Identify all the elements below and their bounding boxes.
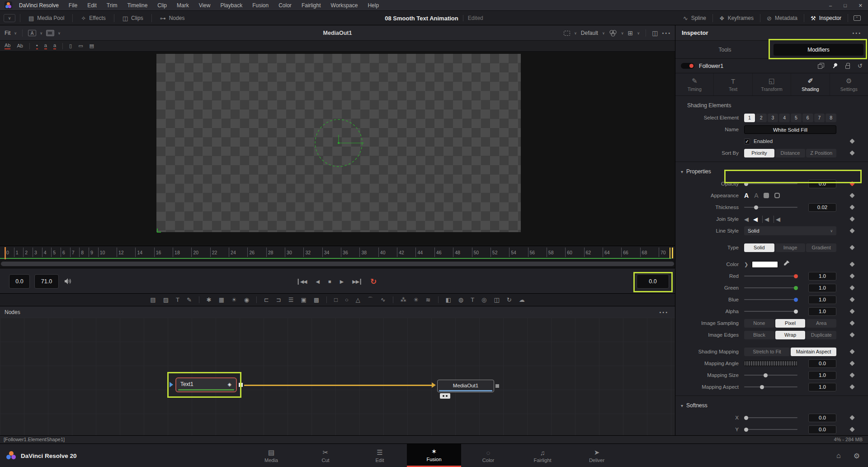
lock-icon[interactable]: [845, 65, 850, 69]
home-icon[interactable]: ⌂: [836, 452, 841, 460]
keyframe-diamond[interactable]: [849, 245, 854, 250]
type-option-solid[interactable]: Solid: [744, 243, 774, 252]
select-element-option-6[interactable]: 6: [802, 114, 813, 122]
value-alpha[interactable]: 1.0: [808, 307, 836, 316]
tool-brightness-icon[interactable]: ☀: [231, 294, 237, 306]
keyframe-diamond[interactable]: [849, 285, 854, 290]
color-swatch[interactable]: [752, 261, 778, 268]
app-logo-icon[interactable]: [5, 1, 12, 9]
slider-handle[interactable]: [744, 416, 748, 420]
eyedropper-icon[interactable]: [783, 260, 790, 268]
value-red[interactable]: 1.0: [808, 272, 836, 281]
checkbox-enabled[interactable]: ✓: [744, 138, 750, 144]
tool-text-3d-icon[interactable]: T: [471, 294, 474, 306]
tool-tracker-icon[interactable]: ⁂: [401, 294, 406, 306]
duration-field[interactable]: 71.0: [34, 274, 59, 289]
value-x[interactable]: 0.0: [808, 414, 836, 422]
interface-toggle-button[interactable]: ∨: [4, 14, 15, 22]
keyframe-diamond[interactable]: [849, 349, 854, 354]
go-to-start-button[interactable]: ◀◀: [298, 279, 307, 285]
page-tab-edit[interactable]: ☰Edit: [353, 444, 407, 467]
slider-handle[interactable]: [760, 385, 764, 389]
menu-davinci-resolve[interactable]: DaVinci Resolve: [14, 0, 64, 11]
copy-settings-icon[interactable]: [818, 63, 824, 69]
keyframe-diamond[interactable]: [849, 320, 854, 325]
appearance-outline-text-icon[interactable]: A: [754, 192, 758, 199]
lut-select[interactable]: Default: [581, 30, 598, 36]
select-element-option-5[interactable]: 5: [791, 114, 802, 122]
slider-mapping-size[interactable]: [744, 371, 797, 380]
slider-handle[interactable]: [794, 310, 798, 314]
keyframe-diamond[interactable]: [849, 297, 854, 302]
menu-clip[interactable]: Clip: [152, 0, 172, 11]
tool-image-plane-3d-icon[interactable]: ◧: [446, 294, 451, 306]
frame-lines[interactable]: ▤: [90, 43, 94, 49]
tool-paint-icon[interactable]: ✎: [187, 294, 192, 306]
slider-alpha[interactable]: [744, 307, 797, 316]
playhead-frame-field[interactable]: 0.0: [637, 274, 669, 289]
node-connection[interactable]: [244, 385, 433, 386]
image-edges-option-wrap[interactable]: Wrap: [775, 331, 806, 339]
timeline-ruler[interactable]: 0123456789101214161820222426283032343638…: [0, 246, 675, 259]
subtab-timing[interactable]: ✎Timing: [675, 73, 713, 95]
media-pool-button[interactable]: ▤Media Pool: [22, 11, 71, 25]
tool-wand-mask-icon[interactable]: ∿: [381, 294, 386, 306]
tool-particle-render-icon[interactable]: ≋: [426, 294, 431, 306]
current-frame-field[interactable]: 0.0: [9, 274, 30, 289]
menu-timeline[interactable]: Timeline: [122, 0, 152, 11]
audio-mute-icon[interactable]: [64, 278, 72, 285]
keyframe-diamond[interactable]: [849, 181, 854, 186]
select-element-option-3[interactable]: 3: [768, 114, 778, 122]
join-style-miter-icon[interactable]: ◀: [744, 216, 749, 223]
slider-thickness[interactable]: [744, 203, 797, 212]
channel-select-icon[interactable]: A: [28, 30, 36, 36]
follower-path-overlay[interactable]: [313, 118, 366, 168]
menu-trim[interactable]: Trim: [102, 0, 123, 11]
page-tab-color[interactable]: ◌Color: [461, 444, 515, 467]
pin-icon[interactable]: [830, 62, 839, 70]
tool-ellipse-mask-icon[interactable]: ○: [345, 294, 349, 306]
play-button[interactable]: ▶: [340, 279, 343, 285]
select-element-option-4[interactable]: 4: [779, 114, 790, 122]
tool-text-icon[interactable]: T: [176, 294, 179, 306]
tool-matte-icon[interactable]: ▩: [314, 294, 319, 306]
keyframe-diamond[interactable]: [849, 273, 854, 278]
menu-playback[interactable]: Playback: [215, 0, 247, 11]
menu-workspace[interactable]: Workspace: [326, 0, 363, 11]
menu-view[interactable]: View: [194, 0, 216, 11]
keyframe-diamond[interactable]: [849, 427, 854, 432]
tool-shape-3d-icon[interactable]: ◍: [458, 294, 463, 306]
tool-background-icon[interactable]: ▤: [150, 294, 156, 306]
modifier-enable-toggle[interactable]: [681, 63, 694, 69]
value-thickness[interactable]: 0.02: [808, 203, 836, 212]
tool-merge-icon[interactable]: ▣: [301, 294, 306, 306]
slider-y[interactable]: [744, 425, 797, 434]
tool-pattern-icon[interactable]: ▦: [219, 294, 224, 306]
slider-handle[interactable]: [744, 428, 748, 432]
viewer-canvas[interactable]: [0, 52, 675, 246]
nodes-options-menu[interactable]: •••: [659, 306, 669, 318]
tool-camera-3d-icon[interactable]: ◎: [481, 294, 486, 306]
value-mapping-angle[interactable]: 0.0: [808, 359, 836, 368]
viewer-options-menu[interactable]: •••: [662, 30, 671, 36]
tool-layers-icon[interactable]: ☰: [288, 294, 294, 306]
page-tab-fusion[interactable]: ✶Fusion: [407, 444, 461, 467]
page-tab-cut[interactable]: ✂Cut: [298, 444, 353, 467]
image-edges-option-black[interactable]: Black: [744, 331, 774, 339]
tab-modifiers[interactable]: Modifiers: [774, 44, 863, 56]
keyframe-diamond[interactable]: [849, 138, 854, 143]
tool-crop-right-icon[interactable]: ⊐: [276, 294, 281, 306]
keyframe-diamond[interactable]: [849, 262, 854, 267]
type-option-image[interactable]: Image: [775, 243, 806, 252]
range-end-marker[interactable]: [670, 248, 673, 258]
color-wheels-icon[interactable]: [609, 29, 617, 37]
frame-wide[interactable]: ▭: [78, 43, 83, 49]
minimize-button[interactable]: –: [829, 3, 832, 8]
slider-x[interactable]: [744, 413, 797, 422]
image-sampling-option-none[interactable]: None: [744, 319, 774, 328]
slider-handle[interactable]: [794, 286, 798, 290]
keyframe-diamond[interactable]: [849, 309, 854, 314]
menu-color[interactable]: Color: [274, 0, 297, 11]
text-outline-a[interactable]: a: [53, 43, 56, 49]
tool-fast-noise-icon[interactable]: ▨: [163, 294, 169, 306]
